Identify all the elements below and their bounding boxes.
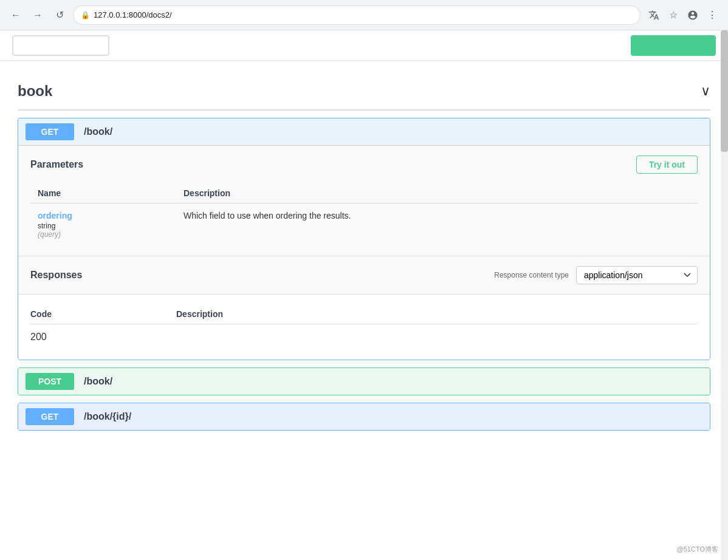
back-button[interactable]: ← xyxy=(7,7,24,24)
ordering-param-location: (query) xyxy=(38,230,169,239)
post-book-endpoint-header[interactable]: POST /book/ xyxy=(18,368,710,395)
lock-icon: 🔒 xyxy=(81,11,90,19)
get-book-endpoint-block: GET /book/ Parameters Try it out Name De… xyxy=(18,118,710,360)
translate-button[interactable] xyxy=(645,7,662,24)
response-codes-header-row: Code Description xyxy=(30,304,698,324)
ordering-param-description-cell: Which field to use when ordering the res… xyxy=(176,203,698,247)
parameters-header: Parameters Try it out xyxy=(30,155,698,174)
post-book-endpoint-block: POST /book/ xyxy=(18,367,710,395)
responses-section: Responses Response content type applicat… xyxy=(18,256,710,294)
response-codes-table: Code Description 200 xyxy=(30,304,698,350)
menu-button[interactable]: ⋮ xyxy=(704,7,721,24)
response-200-description xyxy=(176,324,698,350)
response-codes-section: Code Description 200 xyxy=(18,294,710,360)
params-table-header-row: Name Description xyxy=(30,183,698,203)
ordering-param-type: string xyxy=(38,222,169,230)
reload-button[interactable]: ↺ xyxy=(51,7,68,24)
post-method-badge: POST xyxy=(26,373,74,390)
get2-book-id-path: /book/{id}/ xyxy=(84,411,131,422)
browser-chrome: ← → ↺ 🔒 127.0.0.1:8000/docs2/ ☆ ⋮ xyxy=(0,0,728,30)
ordering-param-row: ordering string (query) Which field to u… xyxy=(30,203,698,247)
ordering-param-description: Which field to use when ordering the res… xyxy=(184,211,351,220)
response-200-code: 200 xyxy=(30,324,176,350)
get2-method-badge: GET xyxy=(26,408,74,425)
browser-actions: ☆ ⋮ xyxy=(645,7,721,24)
url-text: 127.0.0.1:8000/docs2/ xyxy=(94,10,172,19)
top-right-widget xyxy=(631,35,716,56)
post-book-path: /book/ xyxy=(84,376,112,387)
try-it-out-button[interactable]: Try it out xyxy=(636,155,698,174)
response-description-column-header: Description xyxy=(176,304,698,324)
response-content-type-group: Response content type application/json xyxy=(494,266,698,284)
parameters-table: Name Description ordering string (query) xyxy=(30,183,698,246)
scrollbar-thumb[interactable] xyxy=(721,30,728,152)
response-content-type-label: Response content type xyxy=(494,271,569,279)
ordering-param-name: ordering xyxy=(38,211,169,220)
address-bar[interactable]: 🔒 127.0.0.1:8000/docs2/ xyxy=(73,5,640,25)
parameters-label: Parameters xyxy=(30,159,83,170)
code-column-header: Code xyxy=(30,304,176,324)
response-content-type-select[interactable]: application/json xyxy=(576,266,698,284)
ordering-param-name-cell: ordering string (query) xyxy=(30,203,176,247)
get2-book-id-endpoint-header[interactable]: GET /book/{id}/ xyxy=(18,403,710,430)
parameters-section: Parameters Try it out Name Description xyxy=(18,146,710,256)
description-column-header: Description xyxy=(176,183,698,203)
section-header: book ∨ xyxy=(18,73,710,111)
get-book-endpoint-body: Parameters Try it out Name Description xyxy=(18,145,710,360)
scrollbar-track[interactable] xyxy=(721,30,728,450)
section-collapse-button[interactable]: ∨ xyxy=(701,83,710,99)
forward-button[interactable]: → xyxy=(29,7,46,24)
get2-book-id-endpoint-block: GET /book/{id}/ xyxy=(18,403,710,431)
name-column-header: Name xyxy=(30,183,176,203)
response-200-row: 200 xyxy=(30,324,698,350)
top-left-widget xyxy=(12,35,109,56)
get-method-badge: GET xyxy=(26,123,74,140)
get-book-endpoint-header[interactable]: GET /book/ xyxy=(18,118,710,145)
page-content: book ∨ GET /book/ Parameters Try it out xyxy=(5,61,723,450)
get-book-path: /book/ xyxy=(84,126,112,137)
responses-label: Responses xyxy=(30,270,82,281)
profile-button[interactable] xyxy=(684,7,701,24)
top-scrolled-bar xyxy=(0,30,728,61)
bookmark-button[interactable]: ☆ xyxy=(665,7,682,24)
section-title: book xyxy=(18,83,52,100)
